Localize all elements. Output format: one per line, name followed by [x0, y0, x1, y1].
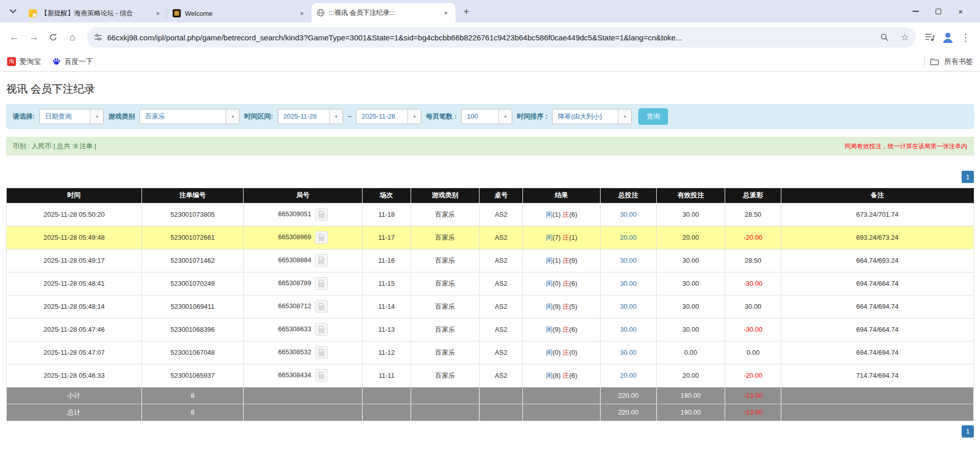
- result-player-score: (0): [553, 280, 561, 287]
- cell-total-bet-link[interactable]: 30.00: [600, 249, 656, 272]
- cell-session: 11-12: [362, 341, 411, 364]
- chevron-down-icon[interactable]: ▼: [226, 109, 239, 124]
- date-to-value: 2025-11-28: [356, 109, 408, 124]
- back-button[interactable]: ←: [5, 28, 23, 47]
- reload-button[interactable]: [44, 28, 62, 47]
- video-replay-icon[interactable]: [315, 231, 328, 244]
- tab-close-icon[interactable]: ×: [153, 9, 162, 18]
- sort-select[interactable]: 降幂(由大到小) ▼: [552, 109, 632, 124]
- date-from-select[interactable]: 2025-11-28 ▼: [278, 109, 343, 124]
- all-bookmarks[interactable]: 所有书签: [924, 57, 973, 67]
- table-header-row: 时间注单编号局号场次游戏类别桌号结果总投注有效投注总派彩备注: [7, 188, 974, 203]
- page-size-select[interactable]: 100 ▼: [461, 109, 512, 124]
- cell-result: 闲(9) 庄(5): [523, 295, 601, 318]
- round-number-text: 665309051: [278, 210, 311, 218]
- cell-time: 2025-11-28 05:48:41: [7, 272, 142, 295]
- cell-valid-bet: 20.00: [656, 226, 725, 249]
- search-button[interactable]: 查询: [638, 108, 668, 125]
- media-controls-icon[interactable]: [921, 28, 939, 47]
- page-1-button[interactable]: 1: [962, 171, 974, 183]
- cell-time: 2025-11-28 05:47:46: [7, 318, 142, 341]
- date-from-value: 2025-11-28: [278, 109, 329, 124]
- round-number-text: 665308884: [278, 256, 311, 264]
- page-1-button[interactable]: 1: [962, 425, 974, 438]
- cell-bet-number: 523001070249: [142, 272, 244, 295]
- date-to-select[interactable]: 2025-11-28 ▼: [356, 109, 421, 124]
- page-content: 视讯 会员下注纪录 请选择: 日期查询 ▼ 游戏类别 百家乐 ▼ 时间区间: 2…: [0, 82, 980, 438]
- video-replay-icon[interactable]: [315, 208, 328, 221]
- cell-payout: -30.00: [725, 318, 781, 341]
- cell-valid-bet: 30.00: [656, 249, 725, 272]
- chevron-down-icon[interactable]: ▼: [329, 109, 343, 124]
- forward-button[interactable]: →: [25, 28, 43, 47]
- total-total-bet: 220.00: [600, 404, 656, 421]
- chevron-down-icon[interactable]: ▼: [618, 109, 631, 124]
- bookmark-label: 百度一下: [64, 57, 93, 66]
- cell-total-bet-link[interactable]: 20.00: [600, 364, 656, 387]
- cell-total-bet-link[interactable]: 30.00: [600, 295, 656, 318]
- subtotal-payout: -13.00: [725, 387, 781, 404]
- window-close-button[interactable]: ×: [949, 0, 972, 22]
- video-replay-icon[interactable]: [315, 254, 328, 267]
- cell-game-type: 百家乐: [411, 318, 479, 341]
- cell-session: 11-14: [362, 295, 411, 318]
- cell-total-bet-link[interactable]: 30.00: [600, 318, 656, 341]
- chevron-down-icon[interactable]: ▼: [90, 109, 103, 124]
- home-button[interactable]: ⌂: [63, 28, 82, 47]
- cell-total-bet-link[interactable]: 30.00: [600, 341, 656, 364]
- cell-bet-number: 523001073805: [142, 203, 244, 226]
- cell-total-bet-link[interactable]: 30.00: [600, 203, 656, 226]
- window-maximize-button[interactable]: [927, 0, 949, 22]
- cell-session: 11-13: [362, 318, 411, 341]
- result-banker: 庄: [562, 303, 569, 310]
- table-row: 2025-11-28 05:48:41 523001070249 6653087…: [7, 272, 974, 295]
- column-header: 备注: [781, 188, 974, 203]
- cell-total-bet-link[interactable]: 30.00: [600, 272, 656, 295]
- tab-bet-records-active[interactable]: :::视讯 会员下注纪录::: ×: [312, 3, 456, 22]
- video-replay-icon[interactable]: [315, 277, 328, 290]
- video-replay-icon[interactable]: [315, 369, 328, 382]
- tab-haiyan-forum[interactable]: 【新提醒】海燕策略论坛 - 综合 ×: [23, 4, 168, 22]
- bookmark-aitaobao[interactable]: 淘 爱淘宝: [7, 57, 41, 66]
- video-replay-icon[interactable]: [315, 300, 328, 313]
- video-replay-icon[interactable]: [315, 323, 328, 336]
- cell-table-number: AS2: [480, 203, 523, 226]
- query-mode-select[interactable]: 日期查询 ▼: [39, 109, 104, 124]
- video-replay-icon[interactable]: [315, 346, 328, 359]
- cell-table-number: AS2: [480, 226, 523, 249]
- zoom-search-icon[interactable]: [877, 30, 892, 45]
- game-type-select[interactable]: 百家乐 ▼: [139, 109, 240, 124]
- browser-menu-kebab-icon[interactable]: ⋮: [957, 28, 975, 47]
- cell-payout: 30.00: [725, 295, 781, 318]
- profile-avatar[interactable]: [940, 30, 955, 45]
- column-header: 场次: [362, 188, 411, 203]
- page-title: 视讯 会员下注纪录: [6, 82, 974, 96]
- tab-search-chevron-icon[interactable]: [4, 3, 21, 20]
- window-minimize-button[interactable]: [904, 0, 927, 22]
- cell-total-bet-link[interactable]: 20.00: [600, 226, 656, 249]
- bookmark-star-icon[interactable]: ☆: [897, 30, 913, 45]
- cell-payout: 0.00: [725, 341, 781, 364]
- chevron-down-icon[interactable]: ▼: [498, 109, 512, 124]
- maximize-icon: [936, 9, 941, 14]
- column-header: 时间: [7, 188, 142, 203]
- address-bar[interactable]: 66cxkj98.com/ipl/portal.php/game/betreco…: [87, 27, 916, 48]
- subtotal-count: 8: [142, 387, 244, 404]
- cell-time: 2025-11-28 05:46:33: [7, 364, 142, 387]
- site-settings-tune-icon[interactable]: [94, 33, 102, 41]
- cell-remark: 693.24/673.24: [781, 226, 974, 249]
- chevron-down-icon[interactable]: ▼: [408, 109, 421, 124]
- new-tab-button[interactable]: +: [459, 4, 474, 19]
- table-row: 2025-11-28 05:49:17 523001071462 6653088…: [7, 249, 974, 272]
- result-banker-score: (6): [569, 372, 577, 379]
- result-player: 闲: [546, 326, 553, 333]
- tab-welcome[interactable]: Welcome ×: [168, 4, 312, 22]
- tab-close-icon[interactable]: ×: [441, 8, 450, 17]
- bookmark-baidu[interactable]: 百度一下: [52, 57, 93, 66]
- url-text[interactable]: 66cxkj98.com/ipl/portal.php/game/betreco…: [107, 33, 872, 42]
- result-banker-score: (6): [569, 326, 577, 333]
- all-bookmarks-label: 所有书签: [944, 57, 973, 66]
- result-player-score: (0): [553, 349, 561, 356]
- baidu-paw-icon: [52, 57, 61, 66]
- tab-close-icon[interactable]: ×: [297, 9, 306, 18]
